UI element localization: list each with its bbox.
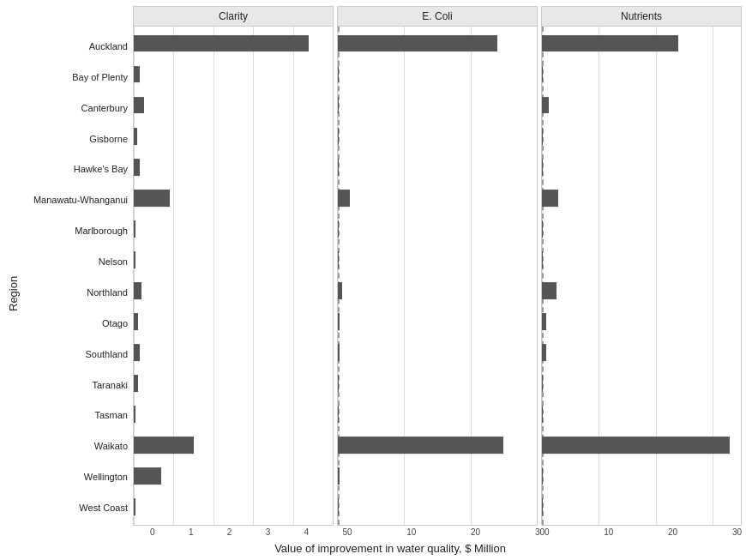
bar-row	[542, 244, 741, 275]
bar-row	[338, 59, 537, 90]
region-label: Northland	[21, 288, 133, 298]
bar-row	[134, 214, 333, 244]
panels-row: AucklandBay of PlentyCanterburyGisborneH…	[21, 6, 742, 526]
bar-row	[542, 214, 741, 244]
bar-clarity-Manawatu-Whanganui	[134, 190, 170, 207]
bar-row	[134, 152, 333, 183]
bar-clarity-Southland	[134, 344, 140, 361]
panels-area: AucklandBay of PlentyCanterburyGisborneH…	[21, 6, 742, 555]
bar-row	[338, 244, 537, 275]
bar-row	[134, 399, 333, 430]
bar-nutrients-Gisborne	[542, 128, 543, 145]
bar-nutrients-Canterbury	[542, 97, 549, 114]
bar-nutrients-Manawatu-Whanganui	[542, 190, 558, 207]
bar-row	[338, 90, 537, 121]
bar-row	[338, 121, 537, 152]
bar-nutrients-Auckland	[542, 35, 678, 52]
bar-row	[542, 461, 741, 491]
bar-nutrients-Northland	[542, 282, 556, 299]
bar-clarity-Hawke-s-Bay	[134, 159, 140, 176]
bar-row	[542, 152, 741, 183]
bar-row	[542, 275, 741, 306]
panel-title-clarity: Clarity	[134, 7, 333, 27]
panel-title-nutrients: Nutrients	[542, 7, 741, 27]
region-labels: AucklandBay of PlentyCanterburyGisborneH…	[21, 6, 133, 526]
region-label: Wellington	[21, 473, 133, 482]
bar-row	[134, 59, 333, 90]
bar-row	[134, 368, 333, 399]
bar-nutrients-Hawke-s-Bay	[542, 159, 543, 176]
x-axis-panel-clarity: 012345	[150, 526, 347, 539]
bar-ecoli-Waikato	[338, 437, 503, 454]
bar-row	[338, 306, 537, 337]
bar-clarity-West-Coast	[134, 499, 135, 516]
bar-ecoli-Otago	[338, 313, 340, 330]
bar-row	[338, 28, 537, 59]
x-tick-label: 20	[668, 527, 677, 537]
bar-ecoli-Hawke-s-Bay	[338, 159, 339, 176]
bar-nutrients-Tasman	[542, 406, 543, 423]
bar-row	[338, 430, 537, 461]
bar-row	[134, 121, 333, 152]
region-label: Auckland	[21, 42, 133, 51]
bars-container	[542, 27, 741, 525]
bar-row	[134, 244, 333, 275]
region-label: Hawke's Bay	[21, 165, 133, 174]
y-axis-label: Region	[4, 6, 21, 555]
bar-row	[542, 491, 741, 522]
bar-row	[338, 491, 537, 522]
panel-clarity: Clarity	[133, 6, 334, 526]
x-tick-label: 10	[604, 527, 613, 537]
bar-row	[134, 491, 333, 522]
bar-ecoli-Auckland	[338, 35, 497, 52]
region-label: Gisborne	[21, 135, 133, 144]
x-tick-label: 4	[304, 527, 310, 537]
bar-nutrients-Marlborough	[542, 220, 543, 238]
bars-container	[338, 27, 537, 525]
x-ticks: 0102030	[544, 526, 742, 539]
bar-ecoli-Southland	[338, 344, 340, 361]
bar-row	[134, 90, 333, 121]
bar-row	[134, 28, 333, 59]
bar-nutrients-West-Coast	[542, 499, 543, 516]
bar-clarity-Tasman	[134, 406, 135, 423]
bar-ecoli-Nelson	[338, 251, 339, 268]
region-label: Tasman	[21, 411, 133, 420]
bar-row	[542, 337, 741, 368]
bar-clarity-Wellington	[134, 467, 161, 485]
panel-body-nutrients	[542, 27, 741, 525]
panel-nutrients: Nutrients	[541, 6, 742, 526]
panel-ecoli: E. Coli	[337, 6, 538, 526]
bar-clarity-Bay-of-Plenty	[134, 66, 140, 83]
region-label: Southland	[21, 350, 133, 359]
x-tick-label: 20	[471, 527, 480, 537]
x-tick-label: 30	[535, 527, 544, 537]
bar-ecoli-Taranaki	[338, 375, 339, 392]
bar-nutrients-Southland	[542, 344, 546, 361]
region-label: Marlborough	[21, 226, 133, 236]
bar-clarity-Taranaki	[134, 375, 138, 392]
panels: ClarityE. ColiNutrients	[133, 6, 742, 526]
bar-clarity-Nelson	[134, 251, 135, 268]
x-axis-panel-ecoli: 0102030	[347, 526, 544, 539]
bar-row	[134, 461, 333, 491]
bar-row	[338, 368, 537, 399]
bar-row	[542, 121, 741, 152]
bar-row	[542, 90, 741, 121]
bar-row	[338, 461, 537, 491]
chart-area: Region AucklandBay of PlentyCanterburyGi…	[4, 6, 742, 555]
bar-row	[542, 59, 741, 90]
bar-row	[338, 183, 537, 214]
bar-row	[542, 368, 741, 399]
chart-container: Region AucklandBay of PlentyCanterburyGi…	[4, 6, 742, 555]
region-label: Otago	[21, 319, 133, 328]
x-tick-label: 0	[347, 527, 352, 537]
bar-row	[542, 306, 741, 337]
bar-clarity-Canterbury	[134, 97, 144, 114]
x-tick-label: 10	[406, 527, 416, 537]
bar-nutrients-Nelson	[542, 251, 543, 268]
bar-row	[134, 306, 333, 337]
x-axis-panel-nutrients: 0102030	[544, 526, 742, 539]
bar-row	[542, 430, 741, 461]
bar-clarity-Gisborne	[134, 128, 137, 145]
